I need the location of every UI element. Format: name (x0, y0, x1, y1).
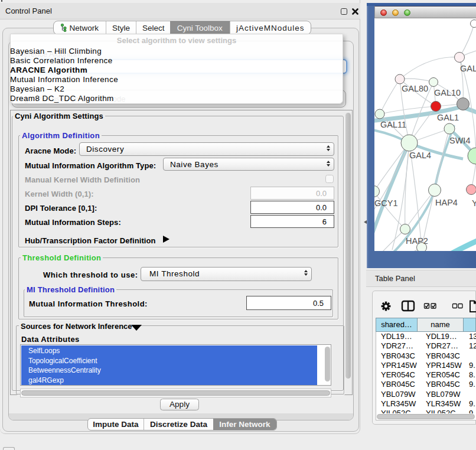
svg-text:GAL2: GAL2 (460, 64, 476, 73)
svg-text:Y: Y (472, 198, 476, 208)
svg-text:GAL10: GAL10 (434, 88, 461, 97)
svg-text:GAL80: GAL80 (402, 84, 428, 93)
svg-text:HAP4: HAP4 (435, 198, 458, 207)
svg-text:GAL4: GAL4 (409, 151, 431, 160)
svg-text:HAP2: HAP2 (406, 236, 428, 246)
svg-text:GCY1: GCY1 (374, 198, 398, 208)
svg-text:SWI4: SWI4 (449, 136, 470, 145)
svg-text:GAL1: GAL1 (437, 113, 459, 122)
svg-text:GAL11: GAL11 (380, 120, 406, 129)
